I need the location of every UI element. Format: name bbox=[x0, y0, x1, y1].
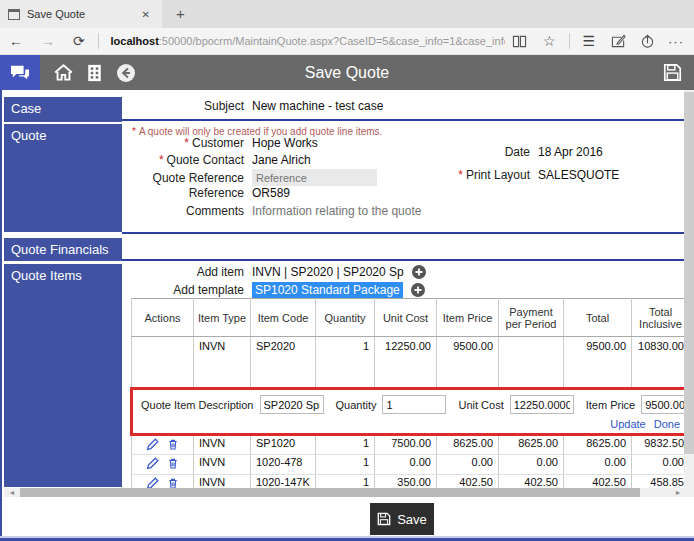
browser-tab-bar: Save Quote ✕ + bbox=[0, 0, 694, 28]
subject-value: New machine - test case bbox=[252, 99, 383, 113]
sidebar-section-quote[interactable]: Quote bbox=[4, 124, 122, 232]
page-title: Save Quote bbox=[0, 64, 694, 82]
chat-bubbles-icon[interactable] bbox=[0, 55, 40, 90]
cell-item-price: 9500.00 bbox=[437, 337, 499, 389]
cell-quantity: 1 bbox=[316, 455, 375, 475]
back-circle-icon[interactable] bbox=[116, 63, 136, 83]
subject-label: Subject bbox=[124, 99, 244, 113]
forward-icon[interactable]: → bbox=[32, 28, 64, 55]
edit-description-label: Quote Item Description bbox=[141, 399, 254, 411]
cell-total: 0.00 bbox=[564, 455, 632, 475]
reading-view-icon[interactable] bbox=[505, 35, 534, 48]
refresh-icon[interactable]: ⟳ bbox=[64, 28, 94, 55]
browser-tab[interactable]: Save Quote ✕ bbox=[0, 0, 162, 28]
vertical-scrollbar[interactable] bbox=[684, 90, 694, 497]
add-item-value[interactable]: INVN | SP2020 | SP2020 Sp bbox=[252, 265, 404, 279]
col-actions: Actions bbox=[132, 299, 194, 337]
hub-icon[interactable]: ☰ bbox=[573, 28, 604, 55]
col-item-code: Item Code bbox=[251, 299, 316, 337]
sidebar-section-quote-financials[interactable]: Quote Financials bbox=[4, 238, 122, 261]
print-layout-label: *Print Layout bbox=[422, 168, 530, 182]
comments-input[interactable] bbox=[252, 202, 502, 219]
done-link[interactable]: Done bbox=[654, 418, 680, 430]
table-header-row: ActionsItem TypeItem CodeQuantityUnit Co… bbox=[132, 299, 689, 337]
save-floppy-icon[interactable] bbox=[663, 63, 682, 86]
vertical-scroll-thumb[interactable] bbox=[684, 92, 694, 454]
col-item-price: Item Price bbox=[437, 299, 499, 337]
quote-item-edit-row: Quote Item Description Quantity Unit Cos… bbox=[132, 389, 689, 435]
comments-label: Comments bbox=[124, 204, 244, 218]
cell-total-inclusive: 0.00 bbox=[632, 455, 689, 475]
url-path: :50000/bpocrm/MaintainQuote.aspx?CaseID=… bbox=[159, 35, 505, 47]
address-bar[interactable]: localhost :50000/bpocrm/MaintainQuote.as… bbox=[103, 35, 506, 47]
annotate-icon[interactable] bbox=[604, 34, 633, 48]
customer-value[interactable]: Hope Works bbox=[252, 136, 318, 150]
delete-trash-icon[interactable] bbox=[167, 438, 179, 451]
edit-description-input[interactable] bbox=[260, 395, 324, 414]
divider bbox=[569, 33, 570, 49]
cell-item-type: INVN bbox=[194, 435, 251, 455]
section-divider bbox=[122, 232, 688, 234]
cell-actions[interactable] bbox=[132, 435, 194, 455]
new-tab-button[interactable]: + bbox=[162, 0, 199, 28]
edit-item-price-input[interactable] bbox=[641, 395, 688, 414]
section-divider bbox=[122, 259, 688, 261]
subject-row: Subject New machine - test case bbox=[124, 99, 383, 113]
date-row: Date 18 Apr 2016 bbox=[422, 145, 603, 159]
edit-pencil-icon[interactable] bbox=[146, 438, 159, 451]
cell-payment-per-period: 8625.00 bbox=[499, 435, 564, 455]
date-value[interactable]: 18 Apr 2016 bbox=[538, 145, 603, 159]
edit-unit-cost-input[interactable] bbox=[510, 395, 574, 414]
app-header: Save Quote bbox=[0, 55, 694, 90]
home-icon[interactable] bbox=[54, 64, 73, 81]
edit-pencil-icon[interactable] bbox=[146, 457, 159, 470]
add-template-value[interactable]: SP1020 Standard Package bbox=[252, 282, 403, 298]
save-button[interactable]: Save bbox=[370, 503, 434, 535]
cell-quantity: 1 bbox=[316, 435, 375, 455]
tab-title: Save Quote bbox=[27, 8, 131, 20]
col-item-type: Item Type bbox=[194, 299, 251, 337]
quote-contact-value[interactable]: Jane Alrich bbox=[252, 153, 311, 167]
customer-row: *Customer Hope Works bbox=[124, 136, 318, 150]
sidebar-section-quote-items[interactable]: Quote Items bbox=[4, 264, 122, 487]
date-label: Date bbox=[422, 145, 530, 159]
footer: Save bbox=[0, 497, 694, 536]
quote-contact-label: *Quote Contact bbox=[124, 153, 244, 167]
browser-window: Save Quote ✕ + ← → ⟳ localhost :50000/bp… bbox=[0, 0, 694, 541]
cell-item-type: INVN bbox=[194, 455, 251, 475]
reference-value: OR589 bbox=[252, 186, 290, 200]
edit-quantity-input[interactable] bbox=[382, 395, 446, 414]
quote-item-edit-panel: Quote Item Description Quantity Unit Cos… bbox=[132, 389, 689, 435]
favorites-star-icon[interactable]: ☆ bbox=[534, 28, 565, 55]
table-row: INVN1020-47810.000.000.000.000.00 bbox=[132, 455, 689, 475]
col-total-inclusive: Total Inclusive bbox=[632, 299, 689, 337]
add-template-label: Add template bbox=[124, 283, 244, 297]
delete-trash-icon[interactable] bbox=[167, 457, 179, 470]
tab-close-icon[interactable]: ✕ bbox=[138, 7, 154, 22]
col-payment-per-period: Payment per Period bbox=[499, 299, 564, 337]
cell-payment-per-period bbox=[499, 337, 564, 389]
more-options-icon[interactable]: ··· bbox=[662, 34, 694, 49]
quote-items-table: ActionsItem TypeItem CodeQuantityUnit Co… bbox=[130, 298, 688, 497]
add-template-plus-icon[interactable] bbox=[411, 283, 425, 297]
table-row: INVNSP102017500.008625.008625.008625.009… bbox=[132, 435, 689, 455]
sidebar-section-case[interactable]: Case bbox=[4, 97, 122, 122]
update-link[interactable]: Update bbox=[610, 418, 645, 430]
back-icon[interactable]: ← bbox=[0, 28, 32, 55]
quote-reference-input[interactable] bbox=[252, 169, 377, 186]
cell-payment-per-period: 0.00 bbox=[499, 455, 564, 475]
cell-total: 8625.00 bbox=[564, 435, 632, 455]
edit-item-price-label: Item Price bbox=[586, 399, 636, 411]
add-item-plus-icon[interactable] bbox=[412, 265, 426, 279]
save-button-floppy-icon bbox=[377, 512, 391, 526]
add-item-row: Add item INVN | SP2020 | SP2020 Sp bbox=[124, 265, 426, 279]
print-layout-value[interactable]: SALESQUOTE bbox=[538, 168, 619, 182]
share-icon[interactable] bbox=[633, 34, 662, 48]
cell-actions[interactable] bbox=[132, 455, 194, 475]
cell-total: 9500.00 bbox=[564, 337, 632, 389]
customer-label: *Customer bbox=[124, 136, 244, 150]
cell-total-inclusive: 9832.50 bbox=[632, 435, 689, 455]
edit-quantity-label: Quantity bbox=[336, 399, 377, 411]
company-building-icon[interactable] bbox=[87, 64, 102, 82]
quote-reference-label: Quote Reference bbox=[124, 171, 244, 185]
